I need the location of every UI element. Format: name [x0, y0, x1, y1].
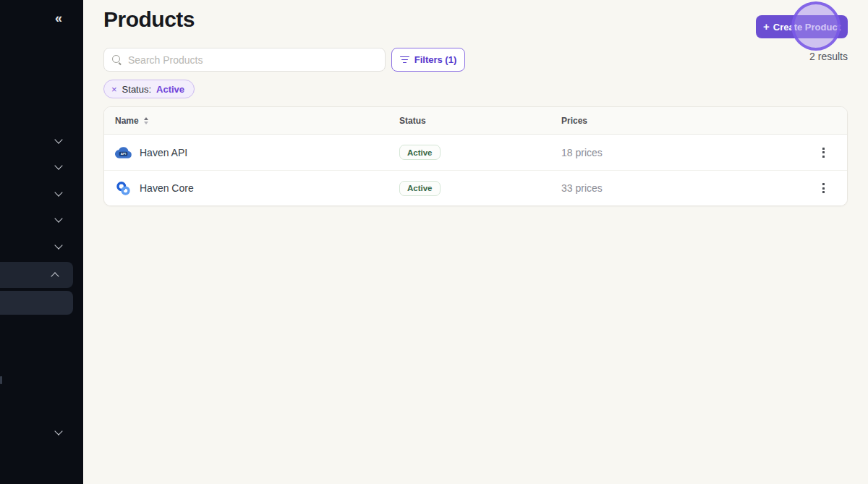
- prices-count: 18 prices: [561, 147, 815, 158]
- row-actions-kebab-icon[interactable]: [815, 143, 831, 162]
- products-table: Name Status Prices API Haven API Active: [103, 106, 848, 206]
- table-row[interactable]: API Haven API Active 18 prices: [104, 135, 847, 170]
- filters-button[interactable]: Filters (1): [391, 48, 465, 72]
- filter-icon: [400, 56, 409, 64]
- create-product-button[interactable]: + Create Product: [756, 15, 848, 38]
- sidebar-chevron-down-icon[interactable]: [52, 161, 67, 171]
- create-product-label: Create Product: [773, 22, 841, 33]
- column-header-status: Status: [399, 116, 561, 126]
- results-count: 2 results: [809, 51, 848, 62]
- linked-rings-icon: [115, 180, 132, 197]
- search-input[interactable]: [128, 54, 378, 66]
- filter-chip-status[interactable]: × Status: Active: [103, 80, 195, 98]
- sidebar-item-expanded[interactable]: [0, 262, 73, 288]
- products-page: « Products + Create Product Filters (1) …: [0, 0, 868, 484]
- sidebar-chevron-down-icon[interactable]: [52, 188, 67, 198]
- search-box: [103, 48, 386, 72]
- product-name[interactable]: Haven API: [140, 147, 187, 158]
- cloud-api-icon: API: [115, 144, 132, 161]
- plus-icon: +: [763, 21, 770, 32]
- sidebar-chevron-down-icon[interactable]: [52, 427, 67, 437]
- sidebar-chevron-down-icon[interactable]: [52, 135, 67, 145]
- chevron-up-icon: [48, 269, 63, 279]
- sidebar-chevron-down-icon[interactable]: [52, 214, 67, 224]
- sort-icon[interactable]: [144, 117, 148, 124]
- status-badge: Active: [399, 145, 441, 160]
- search-icon: [111, 54, 122, 65]
- page-title: Products: [103, 7, 195, 32]
- sidebar-subitem-active[interactable]: [0, 291, 73, 315]
- sidebar-partial-icon: [0, 376, 2, 384]
- table-row[interactable]: Haven Core Active 33 prices: [104, 170, 847, 205]
- double-chevron-left-icon: «: [55, 11, 61, 25]
- collapse-sidebar-button[interactable]: «: [55, 12, 61, 25]
- column-label: Name: [115, 116, 139, 126]
- sidebar: «: [0, 0, 83, 484]
- product-name[interactable]: Haven Core: [140, 182, 194, 194]
- sidebar-chevron-down-icon[interactable]: [52, 241, 67, 251]
- filter-chip-field: Status:: [122, 84, 151, 95]
- column-header-name[interactable]: Name: [115, 116, 399, 126]
- remove-filter-icon[interactable]: ×: [111, 85, 117, 94]
- column-label: Status: [399, 116, 426, 126]
- filters-label: Filters (1): [414, 54, 457, 65]
- status-badge: Active: [399, 181, 441, 196]
- svg-text:API: API: [121, 152, 126, 156]
- prices-count: 33 prices: [561, 182, 815, 194]
- row-actions-kebab-icon[interactable]: [815, 179, 831, 198]
- column-header-prices: Prices: [561, 116, 815, 126]
- filter-chip-value: Active: [156, 84, 184, 95]
- column-label: Prices: [561, 116, 587, 126]
- table-header-row: Name Status Prices: [104, 107, 847, 135]
